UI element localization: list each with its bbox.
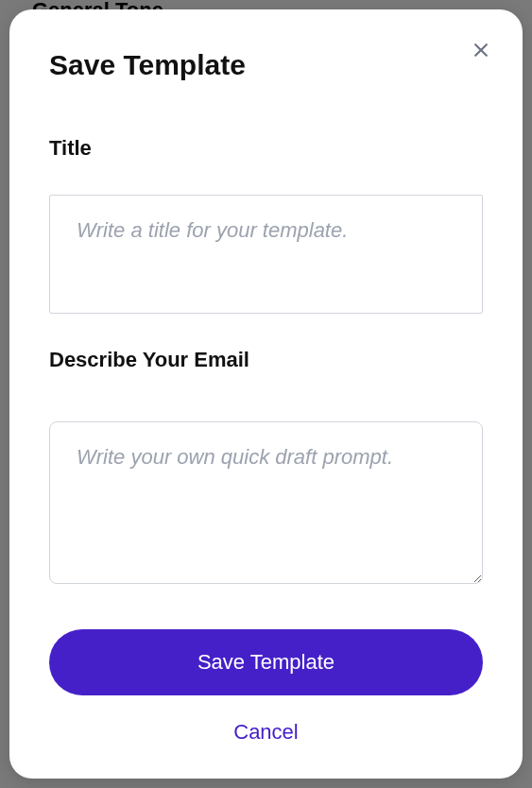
save-template-button[interactable]: Save Template [49, 629, 483, 695]
close-button[interactable] [470, 40, 492, 62]
close-icon [472, 41, 490, 62]
title-field-label: Title [49, 136, 483, 161]
modal-title: Save Template [49, 49, 483, 81]
description-field-label: Describe Your Email [49, 348, 483, 372]
cancel-button[interactable]: Cancel [49, 720, 483, 745]
title-input[interactable] [49, 195, 483, 314]
save-template-modal: Save Template Title Describe Your Email … [9, 9, 523, 779]
description-textarea[interactable] [49, 421, 483, 584]
